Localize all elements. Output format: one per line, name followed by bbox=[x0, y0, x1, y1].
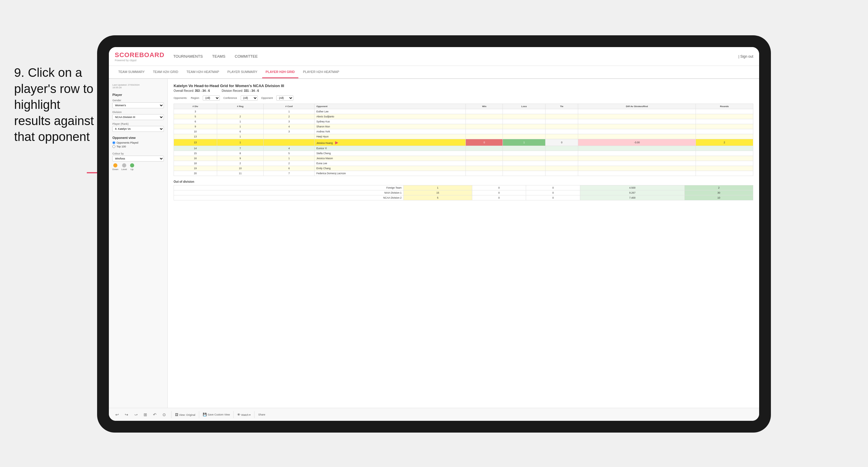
view-original-button[interactable]: 🖼 View: Original bbox=[175, 413, 195, 416]
table-row[interactable]: 9 1 4 Sharon Mun bbox=[174, 124, 753, 129]
player-section-title: Player bbox=[113, 93, 164, 96]
top-nav: SCOREBOARD Powered by clippd TOURNAMENTS… bbox=[109, 47, 759, 66]
table-row[interactable]: 14 7 4 Eunice Yi bbox=[174, 146, 753, 151]
table-row[interactable]: 20 11 7 Federica Domecq Lacroze bbox=[174, 171, 753, 176]
table-row-selected[interactable]: 13 1 Jessica Huang ▶ 0 1 0 -3.00 2 bbox=[174, 139, 753, 146]
main-content: Last Updated: 27/03/2024 16:55:28 Player… bbox=[109, 79, 759, 408]
grid-button[interactable]: ⊞ bbox=[142, 411, 149, 418]
page-title: Katelyn Vo Head-to-Head Grid for Women's… bbox=[174, 84, 753, 88]
rotate-button[interactable]: ↶ bbox=[151, 411, 158, 418]
instruction-body: Click on a player's row to highlight res… bbox=[14, 66, 94, 144]
region-filter[interactable]: (All) bbox=[203, 95, 220, 101]
watch-button[interactable]: 👁 Watch ▾ bbox=[237, 413, 251, 416]
tab-player-h2h-heatmap[interactable]: PLAYER H2H HEATMAP bbox=[300, 66, 343, 78]
tab-team-summary[interactable]: TEAM SUMMARY bbox=[115, 66, 148, 78]
radio-opponents-played[interactable]: Opponents Played bbox=[113, 141, 164, 144]
nav-committee[interactable]: COMMITTEE bbox=[235, 53, 258, 60]
nav-teams[interactable]: TEAMS bbox=[212, 53, 225, 60]
division-select[interactable]: NCAA Division III bbox=[113, 114, 164, 120]
opponent-view-title: Opponent view bbox=[113, 136, 164, 139]
instruction-text: 9. Click on a player's row to highlight … bbox=[14, 65, 96, 145]
table-row[interactable]: 5 2 2 Alexis Sudjianto bbox=[174, 114, 753, 119]
main-table: # Div # Reg # Conf Opponent Win Loss Tie… bbox=[174, 103, 753, 176]
save-custom-button[interactable]: 💾 Save Custom View bbox=[203, 412, 230, 416]
content-area: Katelyn Vo Head-to-Head Grid for Women's… bbox=[168, 79, 759, 408]
col-diff: Diff Av Strokes/Rnd bbox=[578, 104, 695, 109]
undo-button[interactable]: ↩ bbox=[114, 411, 121, 418]
tab-player-h2h-grid[interactable]: PLAYER H2H GRID bbox=[262, 66, 298, 78]
opponents-label: Opponents: bbox=[174, 96, 187, 99]
share-button[interactable]: Share bbox=[258, 413, 265, 416]
table-header-row: # Div # Reg # Conf Opponent Win Loss Tie… bbox=[174, 104, 753, 109]
col-rounds: Rounds bbox=[695, 104, 753, 109]
back-button[interactable]: ⤻ bbox=[132, 411, 140, 418]
last-updated: Last Updated: 27/03/2024 16:55:28 bbox=[113, 84, 164, 89]
legend: Down Level Up bbox=[113, 163, 164, 171]
legend-down: Down bbox=[113, 163, 118, 171]
out-of-division-section: Out of division Foreign Team 1 0 0 4.500… bbox=[174, 180, 753, 200]
sidebar: Last Updated: 27/03/2024 16:55:28 Player… bbox=[109, 79, 168, 408]
nav-links: TOURNAMENTS TEAMS COMMITTEE bbox=[173, 53, 739, 60]
table-row[interactable]: NCAA Division 2 5 0 0 7.400 10 bbox=[174, 195, 753, 200]
step-number: 9. bbox=[14, 66, 24, 80]
opponent-filter[interactable]: (All) bbox=[276, 95, 293, 101]
division-record: Division Record: 331 - 34 - 6 bbox=[222, 89, 259, 92]
tab-team-h2h-heatmap[interactable]: TEAM H2H HEATMAP bbox=[183, 66, 223, 78]
table-row[interactable]: 18 2 2 Euna Lee bbox=[174, 161, 753, 166]
secondary-nav: TEAM SUMMARY TEAM H2H GRID TEAM H2H HEAT… bbox=[109, 66, 759, 79]
out-of-division-label: Out of division bbox=[174, 180, 753, 183]
col-reg: # Reg bbox=[217, 104, 264, 109]
colour-section: Colour by Win/loss Down Level bbox=[113, 152, 164, 171]
legend-level: Level bbox=[121, 163, 127, 171]
col-loss: Loss bbox=[503, 104, 546, 109]
refresh-button[interactable]: ⊙ bbox=[161, 411, 168, 418]
opponent-label: Opponent bbox=[261, 96, 273, 99]
player-rank-label: Player (Rank) bbox=[113, 122, 164, 125]
col-opponent: Opponent bbox=[314, 104, 466, 109]
region-label: Region bbox=[191, 96, 199, 99]
out-of-division-table: Foreign Team 1 0 0 4.500 2 NAIA Division… bbox=[174, 185, 753, 200]
table-row[interactable]: 10 6 3 Andrea York bbox=[174, 129, 753, 134]
bottom-toolbar: ↩ ↪ ⤻ ⊞ ↶ ⊙ 🖼 View: Original 💾 Save Cust… bbox=[109, 408, 759, 421]
toolbar-divider-4 bbox=[254, 411, 254, 418]
table-row[interactable]: 16 9 1 Jessica Mason bbox=[174, 156, 753, 161]
toolbar-divider-3 bbox=[233, 411, 234, 418]
row-arrow-indicator: ▶ bbox=[335, 140, 338, 145]
redo-button[interactable]: ↪ bbox=[123, 411, 130, 418]
toolbar-divider-2 bbox=[199, 411, 199, 418]
player-rank-select[interactable]: 8. Katelyn Vo bbox=[113, 126, 164, 132]
record-row: Overall Record: 353 - 34 - 6 Division Re… bbox=[174, 89, 753, 92]
table-row[interactable]: 3 1 Esther Lee bbox=[174, 109, 753, 114]
table-row[interactable]: 13 1 Heeji Hyun bbox=[174, 134, 753, 139]
col-tie: Tie bbox=[545, 104, 578, 109]
table-row[interactable]: 19 10 6 Emily Chang bbox=[174, 166, 753, 171]
toolbar-divider bbox=[171, 411, 172, 418]
colour-by-select[interactable]: Win/loss bbox=[113, 156, 164, 161]
legend-up: Up bbox=[130, 163, 134, 171]
conference-label: Conference bbox=[223, 96, 237, 99]
table-row[interactable]: Foreign Team 1 0 0 4.500 2 bbox=[174, 185, 753, 190]
table-row[interactable]: NAIA Division 1 15 0 0 9.267 30 bbox=[174, 190, 753, 195]
logo: SCOREBOARD Powered by clippd bbox=[115, 51, 164, 62]
gender-label: Gender bbox=[113, 99, 164, 102]
table-row[interactable]: 15 8 5 Stella Cheng bbox=[174, 151, 753, 156]
col-win: Win bbox=[466, 104, 503, 109]
opponent-view-section: Opponent view Opponents Played Top 100 bbox=[113, 136, 164, 148]
nav-tournaments[interactable]: TOURNAMENTS bbox=[173, 53, 203, 60]
colour-by-label: Colour by bbox=[113, 152, 164, 155]
conference-filter[interactable]: (All) bbox=[241, 95, 258, 101]
overall-record: Overall Record: 353 - 34 - 6 bbox=[174, 89, 210, 92]
gender-select[interactable]: Women's bbox=[113, 102, 164, 108]
tab-team-h2h-grid[interactable]: TEAM H2H GRID bbox=[150, 66, 182, 78]
tab-player-summary[interactable]: PLAYER SUMMARY bbox=[224, 66, 261, 78]
radio-top100[interactable]: Top 100 bbox=[113, 145, 164, 148]
col-conf: # Conf bbox=[264, 104, 314, 109]
tablet-screen: SCOREBOARD Powered by clippd TOURNAMENTS… bbox=[109, 47, 759, 421]
table-row[interactable]: 6 1 3 Sydney Kuo bbox=[174, 119, 753, 124]
division-label: Division bbox=[113, 111, 164, 114]
tablet-frame: SCOREBOARD Powered by clippd TOURNAMENTS… bbox=[97, 35, 771, 433]
col-div: # Div bbox=[174, 104, 217, 109]
sign-out[interactable]: | Sign out bbox=[739, 55, 753, 59]
filters-row: Opponents: Region (All) Conference (All)… bbox=[174, 95, 753, 101]
